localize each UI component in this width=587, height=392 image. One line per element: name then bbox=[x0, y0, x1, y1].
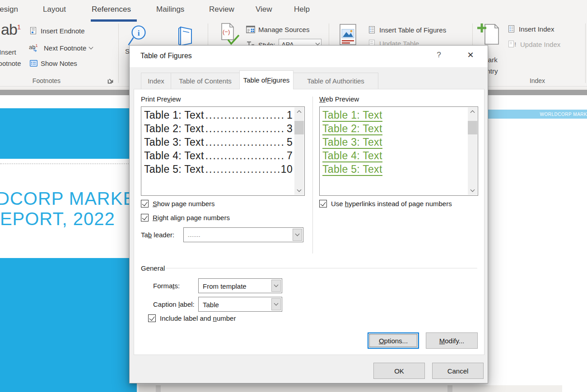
show-notes-label: Show Notes bbox=[41, 60, 77, 67]
insert-index-label: Insert Index bbox=[519, 25, 554, 33]
checkbox-checked-icon bbox=[141, 200, 149, 208]
update-index-icon: ! bbox=[508, 41, 517, 48]
ribbon-tab-design[interactable]: Design bbox=[0, 5, 18, 14]
active-tab-underline bbox=[91, 19, 137, 22]
researcher-icon[interactable] bbox=[175, 25, 196, 46]
ribbon-tab-review[interactable]: Review bbox=[209, 5, 234, 14]
checkbox-checked-icon bbox=[148, 314, 156, 322]
index-group-label: Index bbox=[519, 77, 555, 84]
dialog-tab-page: Print Preview Table 1: Text1Table 2: Tex… bbox=[134, 89, 485, 355]
dialog-tab-index[interactable]: Index bbox=[141, 73, 171, 89]
ribbon-tab-mailings[interactable]: Mailings bbox=[156, 5, 184, 14]
ok-button[interactable]: OK bbox=[373, 363, 425, 379]
manage-sources-icon bbox=[246, 26, 255, 33]
insert-index-icon bbox=[508, 25, 516, 33]
tab-leader-dropdown-button[interactable] bbox=[293, 229, 302, 241]
insert-table-of-figures-button[interactable]: Insert Table of Figures bbox=[368, 26, 446, 34]
caption-label-value: Table bbox=[203, 300, 219, 308]
print-preview-row: Table 5: Text10 bbox=[144, 163, 293, 176]
web-preview-listbox[interactable]: Table 1: TextTable 2: TextTable 3: TextT… bbox=[319, 106, 478, 196]
print-preview-row: Table 3: Text5 bbox=[144, 136, 293, 149]
print-preview-list: Table 1: Text1Table 2: Text3Table 3: Tex… bbox=[144, 109, 293, 194]
dialog-titlebar[interactable]: Table of Figures ? ✕ bbox=[130, 46, 488, 67]
insert-endnote-label: Insert Endnote bbox=[41, 27, 85, 35]
tab-leader-label: Tab leader: bbox=[141, 231, 174, 239]
ribbon-tab-references[interactable]: References bbox=[92, 5, 131, 14]
caption-label-combobox[interactable]: Table bbox=[198, 297, 282, 312]
document-blue-block-bottom bbox=[0, 258, 137, 392]
right-align-page-numbers-label: Right align page numbers bbox=[153, 214, 230, 221]
insert-footnote-label: Insert Footnote bbox=[0, 46, 23, 69]
insert-caption-icon[interactable] bbox=[337, 23, 359, 47]
web-preview-scrollbar[interactable] bbox=[468, 107, 477, 195]
web-preview-hyperlink: Table 2: Text bbox=[322, 123, 382, 135]
next-footnote-icon: ab1↳ bbox=[29, 43, 41, 52]
show-notes-button[interactable]: Show Notes bbox=[30, 60, 77, 67]
include-label-and-number-checkbox[interactable]: Include label and number bbox=[148, 314, 236, 322]
formats-dropdown-button[interactable] bbox=[271, 280, 281, 292]
smart-lookup-icon[interactable]: i bbox=[127, 23, 149, 47]
scroll-down-icon[interactable] bbox=[468, 186, 477, 195]
general-section-rule bbox=[166, 268, 477, 268]
ok-button-label: OK bbox=[394, 367, 404, 375]
dialog-tab-table-of-figures[interactable]: Table of Figures bbox=[239, 70, 294, 89]
table-of-figures-dialog: Table of Figures ? ✕ IndexTable of Conte… bbox=[129, 45, 488, 383]
formats-value: From template bbox=[203, 282, 247, 290]
footnotes-dialog-launcher[interactable] bbox=[107, 77, 115, 84]
scroll-down-icon[interactable] bbox=[294, 186, 304, 195]
update-index-button[interactable]: ! Update Index bbox=[508, 41, 560, 48]
footnotes-group-label: Footnotes bbox=[26, 77, 67, 84]
document-dotted-rule bbox=[0, 163, 130, 164]
preview-divider bbox=[312, 97, 313, 254]
web-preview-label: Web Preview bbox=[319, 95, 359, 103]
show-notes-icon bbox=[30, 60, 37, 67]
web-preview-hyperlink: Table 4: Text bbox=[322, 150, 382, 162]
cancel-button-label: Cancel bbox=[447, 367, 469, 375]
footnote-superscript: 1 bbox=[17, 23, 20, 31]
web-preview-row: Table 2: Text bbox=[322, 122, 466, 136]
web-preview-row: Table 5: Text bbox=[322, 163, 466, 176]
web-preview-list: Table 1: TextTable 2: TextTable 3: TextT… bbox=[322, 109, 466, 194]
dialog-title: Table of Figures bbox=[140, 52, 192, 60]
caption-label-dropdown-button[interactable] bbox=[271, 298, 281, 310]
next-footnote-button[interactable]: ab1↳ Next Footnote bbox=[29, 43, 93, 52]
insert-index-button[interactable]: Insert Index bbox=[508, 25, 554, 33]
manage-sources-label: Manage Sources bbox=[258, 26, 309, 33]
scroll-up-icon[interactable] bbox=[294, 107, 304, 116]
dialog-help-button[interactable]: ? bbox=[433, 51, 445, 60]
ribbon-tab-layout[interactable]: Layout bbox=[43, 5, 66, 14]
insert-footnote-button[interactable]: ab1 bbox=[1, 21, 20, 38]
document-blue-block-top bbox=[0, 108, 144, 159]
print-preview-scrollbar[interactable] bbox=[294, 107, 304, 195]
tab-leader-value: ....... bbox=[188, 232, 200, 238]
ribbon-tab-help[interactable]: Help bbox=[294, 5, 310, 14]
dialog-tab-table-of-authorities[interactable]: Table of Authorities bbox=[293, 73, 378, 89]
next-footnote-dropdown-icon[interactable] bbox=[89, 45, 93, 49]
options-button[interactable]: Options... bbox=[368, 332, 419, 349]
manage-sources-button[interactable]: Manage Sources bbox=[246, 26, 309, 33]
show-page-numbers-checkbox[interactable]: Show page numbers bbox=[141, 200, 215, 208]
checkbox-checked-icon bbox=[141, 214, 149, 221]
use-hyperlinks-checkbox[interactable]: Use hyperlinks instead of page numbers bbox=[319, 200, 452, 208]
print-preview-row: Table 4: Text7 bbox=[144, 149, 293, 163]
options-button-label: Options... bbox=[379, 337, 408, 345]
scroll-up-icon[interactable] bbox=[468, 107, 477, 116]
svg-text:!: ! bbox=[514, 41, 516, 48]
web-preview-row: Table 4: Text bbox=[322, 149, 466, 163]
dialog-tab-table-of-contents[interactable]: Table of Contents bbox=[171, 73, 240, 89]
insert-citation-icon[interactable]: (−) bbox=[215, 23, 241, 46]
formats-combobox[interactable]: From template bbox=[198, 278, 282, 293]
include-label-and-number-label: Include label and number bbox=[160, 314, 236, 322]
scrollbar-thumb[interactable] bbox=[468, 121, 477, 134]
insert-table-of-figures-label: Insert Table of Figures bbox=[379, 26, 446, 34]
web-preview-hyperlink: Table 5: Text bbox=[322, 163, 382, 176]
dialog-close-icon[interactable]: ✕ bbox=[464, 50, 477, 60]
modify-button[interactable]: Modify... bbox=[426, 332, 478, 349]
scrollbar-thumb[interactable] bbox=[294, 121, 304, 134]
right-align-page-numbers-checkbox[interactable]: Right align page numbers bbox=[141, 214, 230, 221]
cancel-button[interactable]: Cancel bbox=[432, 363, 484, 379]
print-preview-listbox[interactable]: Table 1: Text1Table 2: Text3Table 3: Tex… bbox=[141, 106, 305, 196]
tab-leader-combobox[interactable]: ....... bbox=[183, 227, 303, 242]
insert-endnote-button[interactable]: Insert Endnote bbox=[30, 27, 85, 35]
ribbon-tab-view[interactable]: View bbox=[256, 5, 272, 14]
